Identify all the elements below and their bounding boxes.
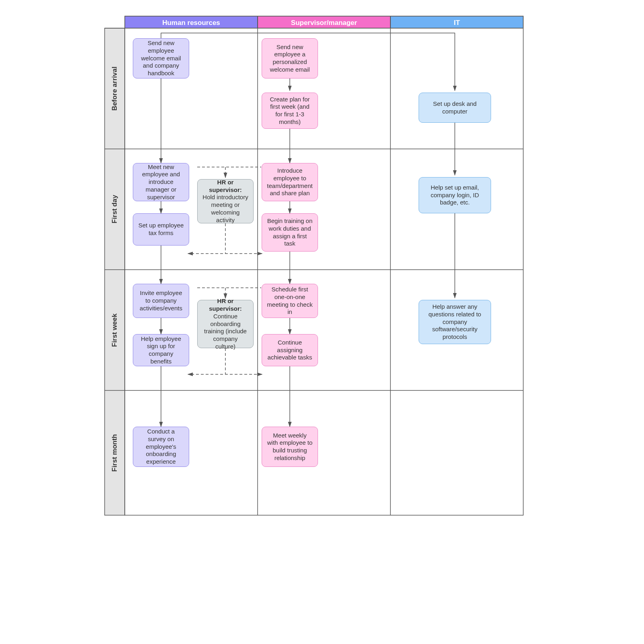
node-shared-intro-meeting: HR or supervisor: Hold introductory meet… bbox=[197, 179, 254, 223]
node-sup-begin-training: Begin training on work duties and assign… bbox=[262, 213, 318, 252]
node-hr-benefits: Help employee sign up for company benefi… bbox=[133, 334, 189, 366]
lane-header-sup: Supervisor/manager bbox=[258, 16, 390, 28]
row-label-before: Before arrival bbox=[105, 28, 125, 149]
node-it-software-security: Help answer any questions related to com… bbox=[419, 300, 491, 344]
node-sup-introduce-team: Introduce employee to team/department an… bbox=[262, 163, 318, 201]
node-sup-meet-weekly: Meet weekly with employee to build trust… bbox=[262, 427, 318, 467]
lane-header-it: IT bbox=[390, 16, 523, 28]
node-sup-create-plan: Create plan for first week (and for firs… bbox=[262, 93, 318, 129]
shared1-body: Hold introductory meeting or welcoming a… bbox=[202, 194, 248, 223]
row-label-first-day: First day bbox=[105, 149, 125, 270]
node-hr-invite-events: Invite employee to company activities/ev… bbox=[133, 284, 189, 318]
node-shared-continue-onboarding: HR or supervisor: Continue onboarding tr… bbox=[197, 300, 254, 348]
lane-header-hr: Human resources bbox=[125, 16, 258, 28]
node-hr-meet-employee: Meet new employee and introduce manager … bbox=[133, 163, 189, 201]
node-hr-survey: Conduct a survey on employee's onboardin… bbox=[133, 427, 189, 467]
node-sup-continue-tasks: Continue assigning achievable tasks bbox=[262, 334, 318, 366]
row-label-first-week: First week bbox=[105, 270, 125, 390]
node-sup-personal-email: Send new employee a personalized welcome… bbox=[262, 38, 318, 78]
shared2-body: Continue onboarding training (include co… bbox=[204, 313, 247, 350]
connectors-layer bbox=[0, 0, 644, 644]
node-hr-welcome-email: Send new employee welcome email and comp… bbox=[133, 38, 189, 78]
swimlane-diagram: Human resources Supervisor/manager IT Be… bbox=[0, 0, 644, 644]
node-sup-one-on-one: Schedule first one-on-one meeting to che… bbox=[262, 284, 318, 318]
shared1-title: HR or supervisor: bbox=[209, 179, 242, 193]
node-it-set-up-desk: Set up desk and computer bbox=[419, 93, 491, 123]
shared2-title: HR or supervisor: bbox=[209, 297, 242, 312]
node-it-email-login: Help set up email, company login, ID bad… bbox=[419, 177, 491, 213]
row-label-first-month: First month bbox=[105, 390, 125, 515]
node-hr-tax-forms: Set up employee tax forms bbox=[133, 213, 189, 246]
